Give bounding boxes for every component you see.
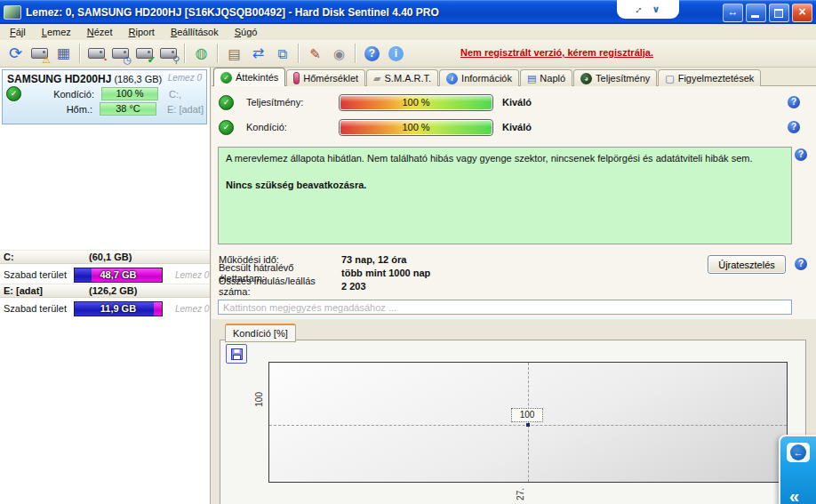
partition-size: (126,2 GB) <box>89 285 137 296</box>
sync-icon[interactable]: ⇄ <box>246 42 270 65</box>
device-card[interactable]: Lemez 0 SAMSUNG HD200HJ (186,3 GB) Kondí… <box>2 69 207 124</box>
tab-label: Figyelmeztetések <box>678 73 755 84</box>
window-title: Lemez: 0, SAMSUNG HD200HJ [S16KJQSQB0049… <box>26 6 439 19</box>
health-ok-icon <box>6 86 21 101</box>
teamviewer-icon <box>790 444 806 460</box>
device-header: Lemez 0 SAMSUNG HD200HJ (186,3 GB) <box>3 70 206 86</box>
minimize-button[interactable] <box>746 4 766 22</box>
close-button[interactable] <box>792 4 812 22</box>
menu-item-lemez[interactable]: Lemez <box>34 26 79 38</box>
stat-label: Összes indulás/leállás száma: <box>219 276 341 297</box>
tab-label: Hőmérséklet <box>303 73 358 84</box>
disk-monitor-icon[interactable]: ▦ <box>52 42 76 65</box>
partition-section[interactable]: E: [adat](126,2 GB)Szabad terület11,9 GB… <box>0 284 210 317</box>
app-window: Lemez: 0, SAMSUNG HD200HJ [S16KJQSQB0049… <box>0 0 816 504</box>
stat-row: Összes indulás/leállás száma:2 203 <box>219 279 716 292</box>
overview-tab-body: Teljesítmény:100 %KiválóKondíció:100 %Ki… <box>212 85 816 504</box>
registration-link[interactable]: Nem regisztrált verzió, kérem regisztrál… <box>460 47 653 58</box>
history-chart-zone: Kondíció [%] 100 100 <box>212 319 816 504</box>
menu-item-sg[interactable]: Súgó <box>227 26 266 38</box>
device-row-label: Hőm.: <box>37 104 92 115</box>
menu-item-nzet[interactable]: Nézet <box>79 26 121 38</box>
help-1-icon[interactable] <box>788 121 800 133</box>
partition-name: E: [adat] <box>4 285 43 296</box>
restore-button[interactable] <box>769 4 789 22</box>
device-row-bar: 38 °C <box>100 102 156 116</box>
device-row-1: Hőm.:38 °CE: [adat] <box>3 101 206 116</box>
tab-ttekints[interactable]: ✓Áttekintés <box>213 68 285 86</box>
network-icon[interactable]: ⧉ <box>270 42 294 65</box>
comment-input[interactable] <box>218 300 792 315</box>
device-row-label: Kondíció: <box>39 89 94 100</box>
partition-header[interactable]: E: [adat](126,2 GB) <box>0 284 210 298</box>
help-retest-icon[interactable] <box>795 258 807 270</box>
tab-label: Áttekintés <box>236 72 278 83</box>
desktop-settings-icon[interactable]: ✎ <box>303 42 327 65</box>
partition-name: C: <box>4 252 14 262</box>
toolbar: ⟳⚠▦◔◷✔⚲◍▤⇄⧉✎◉?i <box>0 40 816 68</box>
device-partition-ref: C:, <box>169 89 181 100</box>
device-rows: Kondíció:100 %C:,Hőm.:38 °CE: [adat] <box>3 86 206 116</box>
refresh-icon[interactable]: ⟳ <box>4 42 28 65</box>
information-icon: i <box>446 73 458 84</box>
disk-clock-icon[interactable]: ◷ <box>108 42 132 65</box>
disk-ok-icon[interactable]: ✔ <box>132 42 156 65</box>
tab-teljestmny[interactable]: ◕Teljesítmény <box>573 69 657 86</box>
stat-value: 2 203 <box>341 281 366 292</box>
partition-disk-number: Lemez 0 <box>175 304 209 314</box>
disk-search-icon[interactable]: ⚲ <box>156 42 180 65</box>
info-icon[interactable]: i <box>384 42 408 65</box>
help-0-icon[interactable] <box>788 96 800 108</box>
free-space-value: 11,9 GB <box>75 302 162 316</box>
thermometer-icon <box>293 72 300 84</box>
tab-hmrsklet[interactable]: Hőmérséklet <box>286 69 365 86</box>
performance-icon: ◕ <box>580 73 592 84</box>
menu-item-belltsok[interactable]: Beállítások <box>163 26 227 38</box>
gauge-ok-icon <box>219 120 234 135</box>
chart-tab-kondicio[interactable]: Kondíció [%] <box>225 324 296 342</box>
gauge-bar: 100 % <box>339 119 493 136</box>
tab-smart[interactable]: ▰S.M.A.R.T. <box>366 69 438 86</box>
save-chart-button[interactable] <box>226 344 247 364</box>
report-icon[interactable]: ▤ <box>222 42 246 65</box>
partition-header[interactable]: C:(60,1 GB) <box>0 250 210 264</box>
help-icon[interactable]: ? <box>360 42 384 65</box>
warnings-icon: ▢ <box>665 74 674 84</box>
y-axis-tick: 100 <box>254 392 264 407</box>
stat-value: több mint 1000 nap <box>341 268 430 278</box>
disk-performance-icon[interactable]: ◔ <box>84 42 108 65</box>
titlebar[interactable]: Lemez: 0, SAMSUNG HD200HJ [S16KJQSQB0049… <box>0 0 816 24</box>
app-icon <box>4 5 21 20</box>
menubar: FájlLemezNézetRiportBeállításokSúgó <box>0 24 816 40</box>
partition-section[interactable]: C:(60,1 GB)Szabad terület48,7 GBLemez 0 <box>0 250 210 284</box>
tab-informcik[interactable]: iInformációk <box>439 69 519 86</box>
tab-label: Információk <box>461 73 512 84</box>
device-row-bar: 100 % <box>101 87 158 100</box>
menu-item-riport[interactable]: Riport <box>121 26 163 38</box>
tab-napl[interactable]: ▤Napló <box>520 69 572 86</box>
help-status-icon[interactable] <box>795 148 807 161</box>
menu-item-fjl[interactable]: Fájl <box>2 26 34 38</box>
free-space-label: Szabad terület <box>4 269 67 280</box>
device-size: (186,3 GB) <box>114 74 162 84</box>
gauge-value: 100 % <box>340 95 492 110</box>
status-advice: Nincs szükség beavatkozásra. <box>226 179 784 193</box>
free-space-value: 48,7 GB <box>75 268 162 282</box>
gridline-vertical <box>528 363 529 482</box>
data-point-label: 100 <box>511 408 543 422</box>
screen-share-handle[interactable]: ↕ ∨ <box>617 0 679 19</box>
data-point <box>526 423 530 427</box>
retest-button[interactable]: Újratesztelés <box>708 255 786 274</box>
teamviewer-tile <box>787 443 810 462</box>
chart-panel: 100 100 27. <box>220 340 806 504</box>
teamviewer-popup[interactable]: « <box>779 435 816 504</box>
tab-label: Teljesítmény <box>596 73 650 84</box>
report-problem-icon[interactable]: ⚠ <box>28 42 52 65</box>
tab-label: S.M.A.R.T. <box>385 73 432 84</box>
main-panel: ✓ÁttekintésHőmérséklet▰S.M.A.R.T.iInform… <box>212 68 816 504</box>
tab-figyelmeztetsek[interactable]: ▢Figyelmeztetések <box>658 69 761 86</box>
network-disk-icon[interactable]: ◍ <box>189 42 213 65</box>
resize-horizontal-button[interactable] <box>723 4 743 22</box>
device-row-0: Kondíció:100 %C:, <box>3 86 206 101</box>
sound-icon[interactable]: ◉ <box>327 42 351 65</box>
